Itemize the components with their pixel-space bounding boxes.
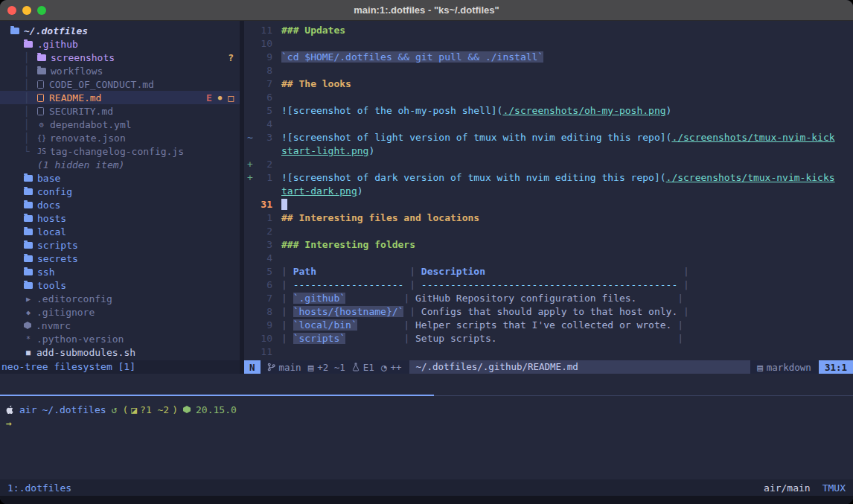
line-number: 5: [256, 265, 272, 278]
unsaved-dot-badge: ●: [218, 94, 222, 101]
editor-line[interactable]: 7| `.github` | GitHub Repository configu…: [244, 292, 853, 305]
gutter-sign: +: [244, 171, 256, 185]
editor-line[interactable]: +1![screenshot of dark version of tmux w…: [244, 171, 853, 185]
neotree-list: ~/.dotfiles.github│screenshots?│workflow…: [0, 21, 240, 360]
mode-indicator: N: [244, 360, 261, 374]
line-text: [272, 225, 281, 238]
line-number: 11: [256, 345, 272, 359]
tree-guide: │: [24, 106, 37, 117]
tmux-window-label[interactable]: 1:.dotfiles: [7, 482, 71, 494]
tree-item-renovate-json[interactable]: │{}renovate.json: [0, 131, 240, 144]
tree-item-workflows[interactable]: │workflows: [0, 64, 240, 77]
gutter-sign: [244, 77, 256, 91]
tree-item-nvmrc[interactable]: .nvmrc: [0, 319, 240, 332]
editor-line[interactable]: 10| `scripts` | Setup scripts. |: [244, 332, 853, 345]
shell-input-line[interactable]: →: [6, 416, 853, 430]
folder-icon: [24, 282, 33, 289]
editor-line[interactable]: ~3![screenshot of light version of tmux …: [244, 131, 853, 144]
tree-item-dependabot-yml[interactable]: │⚙dependabot.yml: [0, 118, 240, 131]
gutter-sign: [244, 252, 256, 265]
folder-icon: [24, 215, 33, 222]
gutter-sign: [244, 332, 256, 345]
pending-count: ++: [390, 362, 401, 373]
tree-item-hosts[interactable]: hosts: [0, 211, 240, 225]
tree-item-ssh[interactable]: ssh: [0, 265, 240, 278]
active-pane-border: [0, 395, 434, 396]
tree-item-label: base: [37, 173, 60, 184]
line-number: 11: [256, 24, 272, 37]
statusline-filename: ~/.dotfiles/.github/README.md: [409, 360, 750, 374]
editor-line[interactable]: 9`cd $HOME/.dotfiles && git pull && ./in…: [244, 51, 853, 64]
line-text: ![screenshot of light version of tmux wi…: [272, 131, 835, 144]
tree-item-tag-changelog-config-js[interactable]: └JStag-changelog-config.js: [0, 144, 240, 158]
tree-item-code-of-conduct-md[interactable]: │CODE_OF_CONDUCT.md: [0, 77, 240, 91]
editor-line[interactable]: 7## The looks: [244, 77, 853, 91]
tree-item-label: .nvmrc: [36, 320, 71, 331]
script-icon: ■: [24, 348, 33, 357]
editor-line[interactable]: 6: [244, 91, 853, 104]
tree-item-security-md[interactable]: │SECURITY.md: [0, 104, 240, 118]
editor-line[interactable]: 3### Interesting folders: [244, 238, 853, 252]
gutter-sign: [244, 198, 256, 211]
tmux-mode-label: TMUX: [822, 482, 846, 494]
editor-line[interactable]: 5| Path | Description |: [244, 265, 853, 278]
editor-line[interactable]: 1## Interesting files and locations: [244, 211, 853, 225]
tree-item-1-hidden-item[interactable]: (1 hidden item): [0, 158, 240, 171]
tree-item-github[interactable]: .github: [0, 37, 240, 51]
editor-line[interactable]: 11: [244, 345, 853, 359]
hexagon-icon: [24, 322, 31, 329]
gutter-sign: [244, 278, 256, 292]
editor-line[interactable]: 10: [244, 37, 853, 51]
line-text: ![screenshot of the oh-my-posh shell](./…: [272, 104, 671, 118]
editor-line[interactable]: 2: [244, 225, 853, 238]
line-number: 2: [256, 158, 272, 171]
tree-item-python-version[interactable]: *.python-version: [0, 332, 240, 345]
editor-line[interactable]: 8| `hosts/{hostname}/` | Configs that sh…: [244, 305, 853, 319]
editor-line[interactable]: 5![screenshot of the oh-my-posh shell](.…: [244, 104, 853, 118]
tree-guide: │: [24, 52, 37, 63]
git-status-counts: ?1 ~2: [140, 404, 169, 415]
filetype-segment: ▤ markdown: [757, 362, 811, 373]
shell-pane[interactable]: air ~/.dotfiles ↺ (◪?1 ~2) 20.15.0 →: [0, 396, 853, 479]
folder-icon: [24, 242, 33, 249]
line-text: [272, 91, 281, 104]
editor-line[interactable]: 31: [244, 198, 853, 211]
gutter-sign: [244, 64, 256, 77]
tree-item-readme-md[interactable]: │README.mdE●□: [0, 91, 240, 104]
file-icon: [37, 94, 44, 102]
editor-line[interactable]: 4: [244, 252, 853, 265]
tmux-pane-divider[interactable]: [0, 395, 853, 396]
braces-icon: {}: [37, 134, 46, 142]
editor-line[interactable]: 4: [244, 118, 853, 131]
editor-line[interactable]: tart-dark.png): [244, 185, 853, 198]
editor-line[interactable]: +2: [244, 158, 853, 171]
tree-item-docs[interactable]: docs: [0, 198, 240, 211]
line-text: `cd $HOME/.dotfiles && git pull && ./ins…: [272, 51, 543, 64]
tree-item-secrets[interactable]: secrets: [0, 252, 240, 265]
folder-icon: [24, 255, 33, 262]
line-text: [272, 345, 281, 359]
tree-item-local[interactable]: local: [0, 225, 240, 238]
tree-item-scripts[interactable]: scripts: [0, 238, 240, 252]
tree-item-tools[interactable]: tools: [0, 278, 240, 292]
gutter-sign: [244, 118, 256, 131]
tree-item-base[interactable]: base: [0, 171, 240, 185]
tree-item-label: renovate.json: [50, 133, 126, 144]
editor-line[interactable]: start-light.png): [244, 144, 853, 158]
editor-line[interactable]: 8: [244, 64, 853, 77]
terminal-window: main:1:.dotfiles - "ks~/.dotfiles" ~/.do…: [0, 0, 853, 504]
tree-item-editorconfig[interactable]: ▶.editorconfig: [0, 292, 240, 305]
line-number: 8: [256, 305, 272, 319]
tree-guide: └: [24, 146, 37, 157]
tree-item-dotfiles[interactable]: ~/.dotfiles: [0, 24, 240, 37]
tree-item-screenshots[interactable]: │screenshots?: [0, 51, 240, 64]
tree-item-config[interactable]: config: [0, 185, 240, 198]
line-number: 1: [256, 171, 272, 185]
tree-item-gitignore[interactable]: ◆.gitignore: [0, 305, 240, 319]
editor-line[interactable]: 6| ------------------- | ---------------…: [244, 278, 853, 292]
tree-item-label: CODE_OF_CONDUCT.md: [49, 79, 154, 90]
tree-item-add-submodules-sh[interactable]: ■add-submodules.sh: [0, 345, 240, 359]
editor-buffer[interactable]: 11### Updates 10 9`cd $HOME/.dotfiles &&…: [244, 21, 853, 360]
editor-line[interactable]: 9| `local/bin` | Helper scripts that I'v…: [244, 319, 853, 332]
editor-line[interactable]: 11### Updates: [244, 24, 853, 37]
